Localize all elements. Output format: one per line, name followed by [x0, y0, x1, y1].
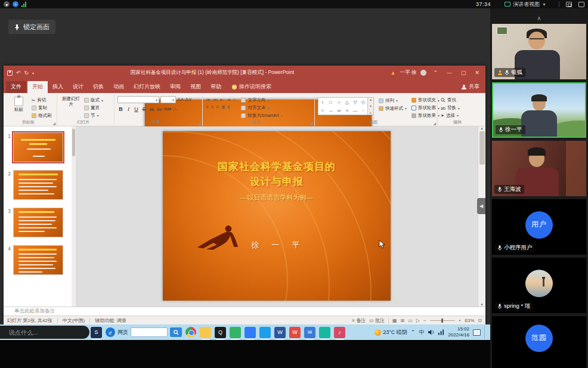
- drawing-launcher-icon[interactable]: ◢: [433, 121, 436, 125]
- minimize-button[interactable]: —: [444, 70, 454, 76]
- lock-screen-button[interactable]: 锁定画面: [8, 20, 55, 34]
- copy-button[interactable]: 复制: [32, 105, 52, 112]
- slide-thumbnail-2[interactable]: 2: [4, 170, 72, 200]
- paste-button[interactable]: 粘贴: [8, 95, 29, 119]
- tell-me-search[interactable]: 操作说明搜索: [232, 83, 271, 93]
- replace-button[interactable]: ab替换▾: [441, 105, 460, 112]
- participant-tile-6[interactable]: 范园: [492, 316, 586, 368]
- tray-expand-icon[interactable]: ⌃: [411, 329, 416, 335]
- shape-glyph[interactable]: ▽: [353, 100, 357, 105]
- decrease-font-icon[interactable]: A˅: [185, 97, 191, 103]
- shape-glyph[interactable]: ⇒: [337, 108, 341, 113]
- close-button[interactable]: ✕: [472, 70, 482, 76]
- shape-glyph[interactable]: \: [322, 100, 323, 105]
- zoom-slider-thumb[interactable]: [441, 318, 443, 323]
- shape-glyph[interactable]: ↔: [328, 108, 333, 113]
- scroll-down-icon[interactable]: ▼: [480, 303, 484, 307]
- taskbar-search-input[interactable]: [131, 327, 168, 337]
- increase-font-icon[interactable]: A˄: [177, 97, 184, 103]
- account-avatar[interactable]: [420, 70, 426, 76]
- meeting-info-icon[interactable]: ●: [4, 1, 10, 7]
- music-icon[interactable]: ♪: [334, 327, 345, 338]
- shape-glyph[interactable]: —: [352, 108, 357, 113]
- tim-icon[interactable]: [245, 327, 256, 338]
- sidebar-collapse-handle[interactable]: ◀: [477, 198, 485, 214]
- tab-slideshow[interactable]: 幻灯片放映: [129, 81, 165, 93]
- restore-window-icon[interactable]: [566, 2, 572, 7]
- shape-effects-button[interactable]: 形状效果▾: [411, 112, 440, 119]
- shape-glyph[interactable]: ☆: [320, 108, 324, 113]
- quick-styles-button[interactable]: 快速样式▾: [379, 105, 407, 112]
- section-button[interactable]: 节▾: [84, 112, 103, 119]
- new-slide-button[interactable]: 新建幻灯片: [60, 95, 82, 119]
- presenter-view-dropdown[interactable]: 演讲者视图 ▼: [505, 1, 546, 8]
- scroll-up-icon[interactable]: ▲: [480, 126, 484, 130]
- shape-fill-button[interactable]: 形状填充▾: [411, 97, 440, 104]
- account-name[interactable]: 一平 徐: [400, 69, 417, 76]
- slideshow-button[interactable]: ▷: [416, 318, 420, 323]
- font-size-combobox[interactable]: ▾: [160, 96, 176, 103]
- ribbon-options-icon[interactable]: ⌃: [431, 70, 440, 76]
- shape-glyph[interactable]: ◦: [363, 108, 364, 113]
- chrome-icon[interactable]: [185, 327, 196, 338]
- shape-glyph[interactable]: ◇: [361, 100, 365, 105]
- tab-help[interactable]: 帮助: [206, 81, 226, 93]
- redo-icon[interactable]: ↻: [24, 70, 29, 76]
- folder-icon[interactable]: [200, 327, 211, 338]
- align-left-button[interactable]: ≡: [206, 104, 209, 110]
- notes-pane[interactable]: 单击此处添加备注: [4, 307, 485, 316]
- italic-button[interactable]: I: [125, 106, 132, 112]
- zoom-in-button[interactable]: +: [459, 318, 462, 323]
- current-slide[interactable]: 国家社会科学基金项目的 设计与申报 —以日语语言学科为例— 徐 一 平: [163, 131, 391, 301]
- gallery-expand-icon[interactable]: ≡: [370, 111, 372, 115]
- comments-toggle[interactable]: ▭ 批注: [369, 317, 385, 324]
- gallery-more-icon[interactable]: ▼: [369, 104, 372, 108]
- zoom-slider[interactable]: [430, 320, 455, 321]
- zoom-out-button[interactable]: −: [423, 318, 426, 323]
- tab-insert[interactable]: 插入: [48, 81, 68, 93]
- slide-thumbnail-1[interactable]: 1: [4, 132, 72, 162]
- select-button[interactable]: ➤选择▾: [441, 112, 460, 119]
- align-center-button[interactable]: ≡: [211, 104, 214, 110]
- search-button[interactable]: [170, 327, 182, 337]
- arrange-button[interactable]: 排列▾: [379, 97, 407, 104]
- font-launcher-icon[interactable]: ◢: [198, 121, 201, 125]
- word-icon[interactable]: W: [274, 327, 286, 338]
- line-spacing-button[interactable]: ↕: [233, 97, 235, 103]
- zoom-level[interactable]: 63%: [465, 318, 474, 323]
- convert-smartart-button[interactable]: 转换为SmartArt▾: [241, 112, 282, 119]
- character-spacing-button[interactable]: AV: [156, 107, 163, 112]
- volume-icon[interactable]: [428, 329, 434, 335]
- normal-view-button[interactable]: ▦: [392, 318, 397, 323]
- s-app-icon[interactable]: S: [91, 327, 102, 338]
- underline-button[interactable]: U: [133, 106, 140, 112]
- shape-glyph[interactable]: △: [345, 100, 349, 105]
- invite-icon[interactable]: +: [13, 1, 18, 7]
- tab-view[interactable]: 视图: [185, 81, 206, 93]
- notes-toggle[interactable]: ≡ 备注: [352, 317, 366, 324]
- scrollbar-thumb[interactable]: [72, 129, 75, 156]
- scroll-up-icon[interactable]: ▲: [369, 98, 372, 101]
- dingtalk-icon[interactable]: [259, 327, 271, 338]
- shape-outline-button[interactable]: 形状轮廓▾: [411, 105, 440, 112]
- ie-browser-icon[interactable]: e: [106, 327, 115, 337]
- reading-view-button[interactable]: ▭: [408, 318, 413, 323]
- tab-transitions[interactable]: 切换: [88, 81, 109, 93]
- numbering-button[interactable]: ≕: [213, 97, 218, 103]
- decrease-indent-button[interactable]: ⇤: [220, 97, 224, 103]
- tab-design[interactable]: 设计: [68, 81, 88, 93]
- tab-file[interactable]: 文件: [6, 81, 26, 93]
- ime-indicator[interactable]: 中: [419, 329, 424, 336]
- participant-tile-2-active[interactable]: 徐一平: [492, 82, 586, 138]
- shape-glyph[interactable]: □: [329, 100, 332, 105]
- thumbnail-scrollbar[interactable]: [72, 126, 76, 307]
- text-shadow-button[interactable]: ab: [148, 107, 155, 112]
- font-color-button[interactable]: A: [172, 106, 178, 112]
- slide-sorter-view-button[interactable]: ⊞: [401, 318, 405, 323]
- align-text-button[interactable]: 对齐文本▾: [241, 105, 282, 112]
- text-direction-button[interactable]: 文字方向▾: [241, 97, 282, 104]
- layout-button[interactable]: 版式▾: [84, 97, 103, 104]
- shapes-gallery-scroll[interactable]: ▲ ▼ ≡: [368, 97, 374, 115]
- scroll-up-chevron[interactable]: ∧: [490, 12, 588, 24]
- strikethrough-button[interactable]: S: [141, 106, 147, 112]
